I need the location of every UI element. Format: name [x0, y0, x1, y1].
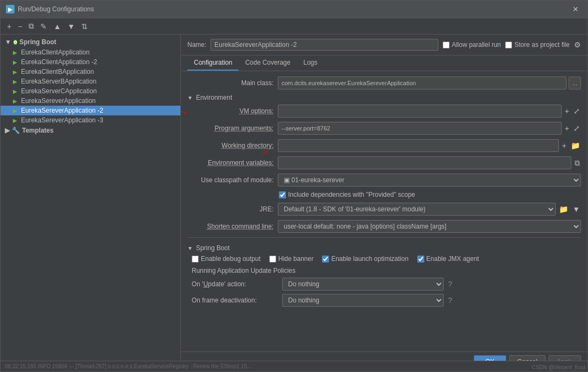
run-config-icon: ▶: [11, 58, 19, 66]
hide-banner-checkbox[interactable]: [269, 256, 276, 263]
hide-banner-label: Hide banner: [269, 255, 313, 263]
program-arguments-label: Program arguments:: [187, 125, 274, 132]
tree-item-eureka-serever[interactable]: ▶ EurekaSereverApplication: [1, 96, 180, 106]
tree-item-eureka-serever-3[interactable]: ▶ EurekaSereverApplication -3: [1, 115, 180, 125]
add-config-button[interactable]: +: [5, 21, 13, 32]
shorten-command-select[interactable]: user-local default: none - java [options…: [278, 220, 581, 233]
tab-configuration[interactable]: Configuration: [187, 56, 239, 71]
enable-jmx-checkbox[interactable]: [417, 256, 424, 263]
program-args-expand-button[interactable]: ⤢: [572, 123, 581, 134]
templates-group[interactable]: ▶ 🔧 Templates: [1, 125, 180, 136]
on-update-help-icon[interactable]: ?: [448, 280, 452, 288]
toolbar: + − ⧉ ✎ ▲ ▼ ⇅: [1, 18, 587, 35]
move-down-button[interactable]: ▼: [65, 21, 77, 32]
tree-item-label: EurekaClientApplication: [21, 49, 89, 56]
vm-options-input[interactable]: [278, 105, 562, 118]
program-arguments-input[interactable]: [278, 122, 562, 135]
name-input[interactable]: [211, 39, 438, 51]
dialog-icon: ▶: [6, 5, 15, 13]
include-deps-row: Include dependencies with "Provided" sco…: [279, 191, 581, 198]
main-class-input-row: ...: [278, 77, 581, 89]
copy-config-button[interactable]: ⧉: [26, 20, 36, 32]
tab-logs[interactable]: Logs: [297, 56, 324, 71]
allow-parallel-checkbox[interactable]: [443, 42, 450, 49]
config-content: Main class: ... ▼ Environment VM options…: [181, 71, 587, 352]
tree-item-eureka-serverc[interactable]: ▶ EurekaServerCApplication: [1, 86, 180, 96]
dialog-title: Run/Debug Configurations: [18, 5, 94, 13]
working-dir-folder-button[interactable]: 📁: [570, 140, 581, 151]
vm-options-add-button[interactable]: +: [564, 106, 570, 116]
tree-item-eureka-serever-2[interactable]: ▶ EurekaSereverApplication -2: [1, 106, 180, 115]
environment-variables-input[interactable]: [278, 156, 571, 169]
enable-launch-checkbox[interactable]: [322, 256, 329, 263]
name-bar: Name: Allow parallel run Store as projec…: [181, 35, 587, 56]
environment-toggle-arrow[interactable]: ▼: [187, 95, 193, 101]
tree-item-eureka-clientb[interactable]: ▶ EurekaClientBApplication: [1, 67, 180, 77]
jre-expand-button[interactable]: ▼: [571, 204, 581, 215]
working-directory-input[interactable]: [278, 139, 559, 152]
program-arguments-input-row: + ⤢: [278, 122, 581, 135]
working-directory-row: Working directory: + 📁: [187, 139, 581, 152]
vm-options-input-row: + ⤢: [278, 105, 581, 118]
browse-main-class-button[interactable]: ...: [569, 77, 581, 89]
templates-label: Templates: [22, 127, 53, 134]
close-button[interactable]: ✕: [569, 4, 582, 15]
tab-code-coverage[interactable]: Code Coverage: [239, 56, 297, 71]
remove-config-button[interactable]: −: [16, 21, 24, 32]
use-classpath-row: Use classpath of module: ▣ 01-eureka-ser…: [187, 174, 581, 187]
main-class-input[interactable]: [278, 77, 566, 89]
on-update-row: On 'Update' action: Do nothing Update cl…: [192, 278, 581, 291]
tree-item-eureka-client-2[interactable]: ▶ EurekaClientApplication -2: [1, 57, 180, 67]
on-frame-select[interactable]: Do nothing Update classes and resources …: [282, 294, 444, 307]
gear-icon[interactable]: ⚙: [574, 40, 581, 49]
run-config-icon: ▶: [11, 49, 19, 56]
jre-select[interactable]: Default (1.8 - SDK of '01-eureka-serever…: [278, 203, 556, 216]
on-frame-label: On frame deactivation:: [192, 297, 278, 304]
tree-item-label: EurekaSereverApplication: [21, 97, 96, 105]
jre-folder-button[interactable]: 📁: [558, 204, 569, 215]
spring-boot-section-label: Spring Boot: [196, 244, 230, 252]
spring-boot-group[interactable]: ▼ ✿ Spring Boot: [1, 37, 180, 47]
spring-boot-icon: ✿: [13, 40, 17, 45]
program-arguments-row: Program arguments: + ⤢: [187, 122, 581, 135]
move-up-button[interactable]: ▲: [51, 21, 63, 32]
tree-item-label: EurekaServerCApplication: [21, 87, 97, 95]
environment-label: Environment: [196, 94, 232, 101]
tab-bar: Configuration Code Coverage Logs: [181, 56, 587, 71]
module-select[interactable]: ▣ 01-eureka-serever: [278, 174, 581, 187]
store-as-project-label: Store as project file: [505, 41, 570, 49]
run-config-icon: ▶: [11, 97, 19, 105]
policies-section: Running Application Update Policies On '…: [192, 267, 581, 307]
store-as-project-checkbox[interactable]: [505, 42, 512, 49]
on-frame-help-icon[interactable]: ?: [448, 296, 452, 305]
run-config-icon: ▶: [11, 68, 19, 75]
environment-variables-label: Environment variables:: [187, 159, 274, 167]
watermark: CSDN @Vincent_frost: [532, 364, 585, 370]
include-deps-checkbox[interactable]: [279, 191, 286, 198]
title-bar-left: ▶ Run/Debug Configurations: [6, 5, 94, 13]
enable-launch-text: Enable launch optimization: [331, 255, 408, 263]
jre-select-row: Default (1.8 - SDK of '01-eureka-serever…: [278, 203, 581, 216]
tree-item-eureka-client[interactable]: ▶ EurekaClientApplication: [1, 47, 180, 57]
sort-button[interactable]: ⇅: [79, 21, 90, 32]
env-vars-copy-button[interactable]: ⧉: [573, 157, 581, 169]
policies-title: Running Application Update Policies: [192, 267, 581, 274]
use-classpath-label: Use classpath of module:: [187, 176, 274, 184]
on-update-select[interactable]: Do nothing Update classes and resources …: [282, 278, 444, 291]
enable-debug-checkbox[interactable]: [192, 256, 199, 263]
tree-item-label: EurekaSereverApplication -3: [21, 116, 103, 124]
enable-jmx-text: Enable JMX agent: [426, 255, 479, 263]
program-args-add-button[interactable]: +: [564, 123, 570, 134]
spring-boot-toggle-arrow[interactable]: ▼: [187, 245, 193, 251]
vm-options-expand-button[interactable]: ⤢: [572, 106, 581, 116]
on-frame-row: On frame deactivation: Do nothing Update…: [192, 294, 581, 307]
include-deps-text: Include dependencies with "Provided" sco…: [288, 191, 415, 198]
edit-config-button[interactable]: ✎: [38, 21, 49, 32]
run-config-icon: ▶: [11, 87, 19, 95]
vm-options-label: VM options:: [187, 107, 274, 115]
tree-item-label: EurekaClientBApplication: [21, 68, 94, 75]
spring-boot-section-header: ▼ Spring Boot: [187, 244, 581, 252]
tree-item-eureka-serverb[interactable]: ▶ EurekaServerBApplication: [1, 77, 180, 86]
enable-debug-label: Enable debug output: [192, 255, 261, 263]
working-dir-add-button[interactable]: +: [561, 140, 568, 151]
